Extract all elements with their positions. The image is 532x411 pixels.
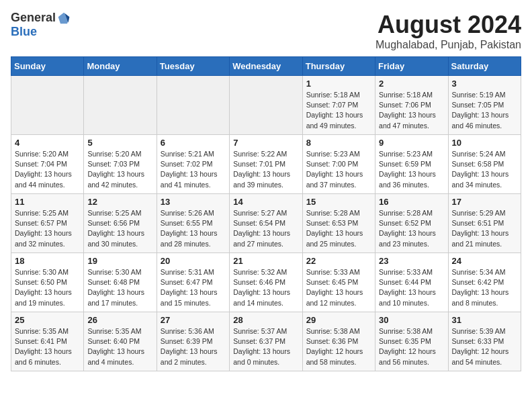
calendar-cell: 13Sunrise: 5:26 AMSunset: 6:55 PMDayligh… [157, 194, 229, 253]
day-number: 8 [306, 138, 371, 148]
day-info: Sunrise: 5:27 AMSunset: 6:54 PMDaylight:… [233, 208, 298, 249]
calendar-cell: 29Sunrise: 5:38 AMSunset: 6:36 PMDayligh… [302, 312, 375, 371]
day-number: 13 [161, 197, 226, 207]
day-number: 15 [306, 197, 371, 207]
logo-general-text: General [11, 11, 56, 25]
title-area: August 2024 Mughalabad, Punjab, Pakistan [375, 11, 521, 51]
day-info: Sunrise: 5:33 AMSunset: 6:45 PMDaylight:… [306, 267, 371, 308]
day-info: Sunrise: 5:25 AMSunset: 6:57 PMDaylight:… [15, 208, 80, 249]
calendar-cell: 11Sunrise: 5:25 AMSunset: 6:57 PMDayligh… [11, 194, 84, 253]
calendar-cell: 3Sunrise: 5:19 AMSunset: 7:05 PMDaylight… [448, 76, 521, 135]
day-number: 5 [87, 138, 152, 148]
calendar-week-row: 18Sunrise: 5:30 AMSunset: 6:50 PMDayligh… [11, 253, 521, 312]
day-info: Sunrise: 5:31 AMSunset: 6:47 PMDaylight:… [161, 267, 226, 308]
day-info: Sunrise: 5:21 AMSunset: 7:02 PMDaylight:… [161, 149, 226, 190]
calendar-cell: 14Sunrise: 5:27 AMSunset: 6:54 PMDayligh… [230, 194, 302, 253]
day-info: Sunrise: 5:30 AMSunset: 6:50 PMDaylight:… [15, 267, 80, 308]
calendar-cell: 17Sunrise: 5:29 AMSunset: 6:51 PMDayligh… [448, 194, 521, 253]
calendar-cell: 12Sunrise: 5:25 AMSunset: 6:56 PMDayligh… [84, 194, 157, 253]
logo: General Blue [11, 11, 71, 39]
calendar-cell: 22Sunrise: 5:33 AMSunset: 6:45 PMDayligh… [302, 253, 375, 312]
day-number: 9 [379, 138, 444, 148]
calendar-cell: 6Sunrise: 5:21 AMSunset: 7:02 PMDaylight… [157, 135, 229, 194]
day-info: Sunrise: 5:22 AMSunset: 7:01 PMDaylight:… [233, 149, 298, 190]
calendar-cell: 21Sunrise: 5:32 AMSunset: 6:46 PMDayligh… [230, 253, 302, 312]
logo-icon [57, 11, 71, 25]
calendar-cell: 20Sunrise: 5:31 AMSunset: 6:47 PMDayligh… [157, 253, 229, 312]
calendar-cell: 9Sunrise: 5:23 AMSunset: 6:59 PMDaylight… [375, 135, 448, 194]
day-info: Sunrise: 5:18 AMSunset: 7:06 PMDaylight:… [379, 90, 444, 131]
page-header: General Blue August 2024 Mughalabad, Pun… [11, 11, 521, 51]
calendar-cell: 25Sunrise: 5:35 AMSunset: 6:41 PMDayligh… [11, 312, 84, 371]
day-info: Sunrise: 5:28 AMSunset: 6:52 PMDaylight:… [379, 208, 444, 249]
calendar-week-row: 1Sunrise: 5:18 AMSunset: 7:07 PMDaylight… [11, 76, 521, 135]
weekday-header-thursday: Thursday [302, 57, 375, 76]
day-info: Sunrise: 5:18 AMSunset: 7:07 PMDaylight:… [306, 90, 371, 131]
day-info: Sunrise: 5:38 AMSunset: 6:36 PMDaylight:… [306, 326, 371, 367]
day-number: 28 [233, 315, 298, 325]
calendar-week-row: 4Sunrise: 5:20 AMSunset: 7:04 PMDaylight… [11, 135, 521, 194]
weekday-header-tuesday: Tuesday [157, 57, 229, 76]
day-number: 11 [15, 197, 80, 207]
day-number: 31 [452, 315, 517, 325]
calendar-cell: 28Sunrise: 5:37 AMSunset: 6:37 PMDayligh… [230, 312, 302, 371]
weekday-header-saturday: Saturday [448, 57, 521, 76]
day-info: Sunrise: 5:20 AMSunset: 7:03 PMDaylight:… [87, 149, 152, 190]
day-info: Sunrise: 5:28 AMSunset: 6:53 PMDaylight:… [306, 208, 371, 249]
day-number: 16 [379, 197, 444, 207]
day-number: 10 [452, 138, 517, 148]
day-info: Sunrise: 5:35 AMSunset: 6:41 PMDaylight:… [15, 326, 80, 367]
day-info: Sunrise: 5:39 AMSunset: 6:33 PMDaylight:… [452, 326, 517, 367]
day-info: Sunrise: 5:35 AMSunset: 6:40 PMDaylight:… [87, 326, 152, 367]
weekday-header-row: SundayMondayTuesdayWednesdayThursdayFrid… [11, 57, 521, 76]
calendar-cell: 2Sunrise: 5:18 AMSunset: 7:06 PMDaylight… [375, 76, 448, 135]
day-number: 18 [15, 256, 80, 266]
day-info: Sunrise: 5:19 AMSunset: 7:05 PMDaylight:… [452, 90, 517, 131]
day-number: 2 [379, 79, 444, 89]
day-number: 20 [161, 256, 226, 266]
day-number: 6 [161, 138, 226, 148]
calendar-week-row: 25Sunrise: 5:35 AMSunset: 6:41 PMDayligh… [11, 312, 521, 371]
calendar-cell: 31Sunrise: 5:39 AMSunset: 6:33 PMDayligh… [448, 312, 521, 371]
calendar-cell: 10Sunrise: 5:24 AMSunset: 6:58 PMDayligh… [448, 135, 521, 194]
day-info: Sunrise: 5:24 AMSunset: 6:58 PMDaylight:… [452, 149, 517, 190]
calendar-cell: 24Sunrise: 5:34 AMSunset: 6:42 PMDayligh… [448, 253, 521, 312]
calendar-cell [84, 76, 157, 135]
calendar-cell: 16Sunrise: 5:28 AMSunset: 6:52 PMDayligh… [375, 194, 448, 253]
weekday-header-monday: Monday [84, 57, 157, 76]
calendar-cell: 19Sunrise: 5:30 AMSunset: 6:48 PMDayligh… [84, 253, 157, 312]
day-number: 23 [379, 256, 444, 266]
day-number: 7 [233, 138, 298, 148]
location-title: Mughalabad, Punjab, Pakistan [375, 39, 521, 51]
month-title: August 2024 [375, 11, 521, 39]
weekday-header-sunday: Sunday [11, 57, 84, 76]
calendar-cell: 26Sunrise: 5:35 AMSunset: 6:40 PMDayligh… [84, 312, 157, 371]
day-number: 17 [452, 197, 517, 207]
day-info: Sunrise: 5:25 AMSunset: 6:56 PMDaylight:… [87, 208, 152, 249]
day-number: 12 [87, 197, 152, 207]
day-info: Sunrise: 5:30 AMSunset: 6:48 PMDaylight:… [87, 267, 152, 308]
day-info: Sunrise: 5:34 AMSunset: 6:42 PMDaylight:… [452, 267, 517, 308]
day-number: 3 [452, 79, 517, 89]
day-number: 4 [15, 138, 80, 148]
day-info: Sunrise: 5:26 AMSunset: 6:55 PMDaylight:… [161, 208, 226, 249]
calendar-cell: 4Sunrise: 5:20 AMSunset: 7:04 PMDaylight… [11, 135, 84, 194]
day-info: Sunrise: 5:33 AMSunset: 6:44 PMDaylight:… [379, 267, 444, 308]
calendar-cell: 23Sunrise: 5:33 AMSunset: 6:44 PMDayligh… [375, 253, 448, 312]
day-number: 30 [379, 315, 444, 325]
day-info: Sunrise: 5:38 AMSunset: 6:35 PMDaylight:… [379, 326, 444, 367]
calendar-week-row: 11Sunrise: 5:25 AMSunset: 6:57 PMDayligh… [11, 194, 521, 253]
day-number: 22 [306, 256, 371, 266]
day-number: 24 [452, 256, 517, 266]
day-info: Sunrise: 5:20 AMSunset: 7:04 PMDaylight:… [15, 149, 80, 190]
calendar-table: SundayMondayTuesdayWednesdayThursdayFrid… [11, 56, 521, 371]
calendar-cell: 8Sunrise: 5:23 AMSunset: 7:00 PMDaylight… [302, 135, 375, 194]
day-info: Sunrise: 5:29 AMSunset: 6:51 PMDaylight:… [452, 208, 517, 249]
logo-blue-text: Blue [11, 25, 37, 39]
day-info: Sunrise: 5:23 AMSunset: 6:59 PMDaylight:… [379, 149, 444, 190]
day-number: 26 [87, 315, 152, 325]
day-number: 1 [306, 79, 371, 89]
calendar-cell: 27Sunrise: 5:36 AMSunset: 6:39 PMDayligh… [157, 312, 229, 371]
calendar-cell: 18Sunrise: 5:30 AMSunset: 6:50 PMDayligh… [11, 253, 84, 312]
day-number: 19 [87, 256, 152, 266]
